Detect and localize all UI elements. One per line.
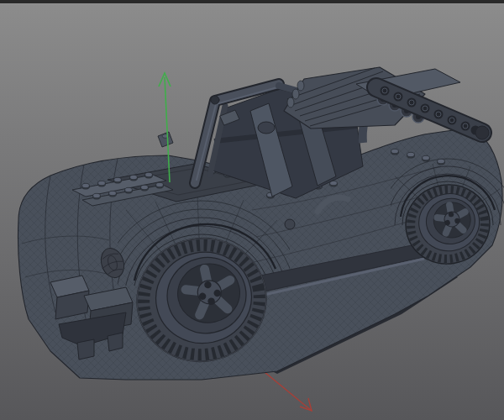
beam-end-cap	[475, 126, 489, 139]
viewport-canvas[interactable]	[0, 0, 504, 420]
bumper-leg	[77, 339, 94, 360]
steering-column	[258, 122, 275, 134]
window-top-bar	[0, 0, 504, 3]
bumper-leg	[108, 333, 123, 351]
slat-cap	[297, 81, 304, 91]
slat-cap	[287, 97, 294, 108]
viewport-3d[interactable]	[0, 0, 504, 420]
frame-joint	[211, 96, 219, 104]
door-handle	[285, 219, 295, 229]
top-bar-highlight	[0, 3, 504, 4]
slat-cap	[292, 89, 299, 99]
